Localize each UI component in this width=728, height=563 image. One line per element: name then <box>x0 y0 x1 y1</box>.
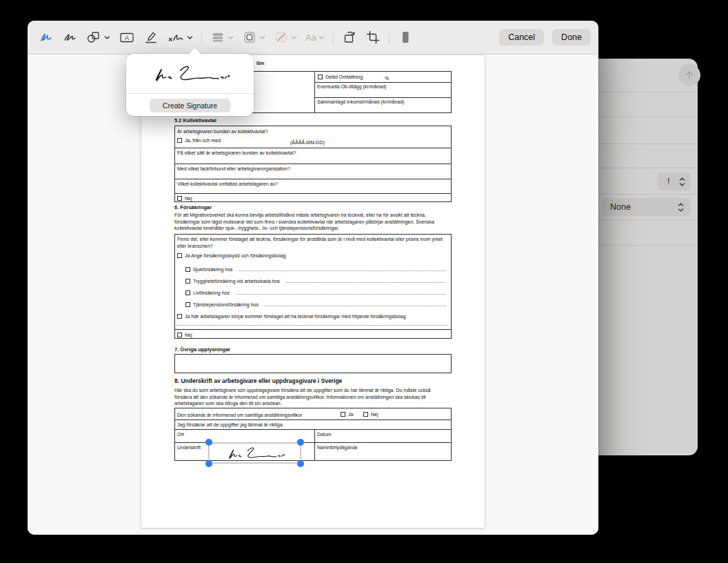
ja-checkbox <box>341 412 345 417</box>
text-tool-letter: A <box>125 34 129 41</box>
divider <box>126 93 254 94</box>
ja-nar-checkbox <box>177 314 182 319</box>
underskrift-label: Underskrift <box>177 444 201 451</box>
ort-label: Ort <box>177 431 184 437</box>
ja-ange-row: Ja Ange försäkringsskydd och försäkrings… <box>177 253 285 259</box>
rotate-button[interactable] <box>342 30 357 45</box>
toolbar-separator <box>389 30 390 45</box>
divider <box>175 193 451 194</box>
create-signature-button[interactable]: Create Signature <box>150 99 230 112</box>
deltid-row: Deltid Omfattning <box>318 74 363 80</box>
text-style-label: Aa <box>305 32 316 43</box>
toolbar-separator <box>333 30 334 45</box>
ja-checkbox <box>177 138 182 143</box>
deltid-label: Deltid Omfattning <box>325 74 363 80</box>
section52-title: 5.2 Kollektivavtal <box>174 117 216 124</box>
priority-stepper[interactable]: ! <box>658 172 691 190</box>
liv-row: Livförsäkring hos <box>185 290 447 296</box>
highlighter-tool-button[interactable] <box>143 30 159 45</box>
section6-intro: För att Migrationsverket ska kunna bevil… <box>174 212 449 232</box>
ja-label: Ja <box>348 411 353 417</box>
tjanste-row: Tjänstepensionsförsäkring hos <box>185 302 447 308</box>
fill-in-line <box>286 282 446 283</box>
sjuk-checkbox <box>185 267 190 272</box>
continuity-device-button[interactable] <box>398 30 413 45</box>
desktop: ! None <box>0 0 728 563</box>
border-style-button[interactable] <box>242 30 265 45</box>
q2-label: På vilket sätt är arbetsgivaren bunden a… <box>177 150 296 156</box>
shapes-tool-button[interactable] <box>85 30 110 45</box>
fill-in-line <box>239 270 446 271</box>
document-page: lön Deltid Omfattning % Eventuella Ob-ti… <box>141 55 485 528</box>
divider <box>175 148 451 148</box>
section5-heading-visible: lön <box>256 60 264 66</box>
markup-window: A <box>28 21 598 535</box>
signature-image <box>212 443 298 463</box>
q4-label: Vilket kollektivavtal omfattas arbetstag… <box>177 181 278 187</box>
ja-ange-label: Ja Ange försäkringsskydd och försäkrings… <box>185 253 285 259</box>
iphone-icon <box>398 30 413 45</box>
divider <box>314 97 451 98</box>
q1-label: Är arbetsgivaren bunden av kollektivavta… <box>177 128 268 135</box>
rotate-icon <box>342 30 357 45</box>
resize-handle-bottom-right[interactable] <box>297 460 304 467</box>
cancel-button[interactable]: Cancel <box>499 29 544 46</box>
saved-signature-image <box>147 60 234 87</box>
chevron-down-icon <box>228 35 234 40</box>
divider <box>314 82 451 83</box>
draw-icon <box>62 30 77 45</box>
fill-color-button[interactable] <box>274 30 297 45</box>
border-style-icon <box>242 30 257 45</box>
sjuk-row: Sjukförsäkring hos <box>185 266 447 273</box>
resize-handle-top-left[interactable] <box>205 439 212 446</box>
signature-annotation[interactable] <box>208 442 301 464</box>
ja-row: Ja <box>341 411 353 417</box>
nej-label: Nej <box>185 332 192 338</box>
section8-title: 8. Underskrift av arbetsgivare eller upp… <box>174 378 342 384</box>
date-hint-label: (ÅÅÅÅ-MM-DD) <box>290 139 325 146</box>
ja-fran-row: Ja, från och med <box>177 137 221 144</box>
chevron-down-icon <box>104 35 110 40</box>
chevron-down-icon <box>187 35 193 40</box>
divider <box>314 429 315 460</box>
divider <box>175 179 451 179</box>
draw-tool-button[interactable] <box>62 30 77 45</box>
crop-button[interactable] <box>365 30 381 45</box>
deltid-checkbox <box>318 75 323 79</box>
send-up-arrow-icon <box>684 70 695 81</box>
saved-signature-item[interactable] <box>126 54 254 93</box>
liv-checkbox <box>185 290 190 295</box>
line-weight-icon <box>210 30 225 45</box>
percent-label: % <box>385 75 389 81</box>
text-style-button[interactable]: Aa <box>305 32 325 43</box>
sign-tool-button[interactable] <box>167 30 193 45</box>
done-button[interactable]: Done <box>552 29 591 46</box>
tjanste-label: Tjänstepensionsförsäkring hos <box>193 302 259 308</box>
confirm-label: Jag försäkrar att de uppgifter jag lämna… <box>177 422 283 428</box>
section7-title: 7. Övriga upplysningar <box>174 346 230 353</box>
sketch-tool-button[interactable] <box>39 30 54 45</box>
signature-icon <box>167 30 185 45</box>
trygghet-checkbox <box>185 279 190 284</box>
ja-ange-checkbox <box>177 253 182 258</box>
fill-in-line <box>265 306 446 306</box>
divider <box>175 164 451 164</box>
nej-checkbox <box>177 333 182 337</box>
nej-label: Nej <box>185 195 192 201</box>
forsakringar-table: Finns det, eller kommer företaget att te… <box>174 234 452 339</box>
section8-intro: Här ska du som arbetsgivare och uppdrags… <box>174 387 449 407</box>
highlighter-icon <box>143 30 159 45</box>
resize-handle-top-right[interactable] <box>297 439 304 446</box>
trygghet-row: Trygghetsförsäkring vid arbetsskada hos <box>185 278 447 284</box>
resize-handle-bottom-left[interactable] <box>205 460 212 467</box>
namnfortydligande-label: Namnförtydligande <box>317 444 358 451</box>
divider <box>314 72 315 112</box>
signature-select-value: None <box>610 202 631 212</box>
signature-select[interactable]: None <box>602 198 691 216</box>
text-tool-button[interactable]: A <box>119 30 135 45</box>
send-button[interactable] <box>678 64 700 86</box>
informed-label: Den sökande är informerad om samtliga an… <box>177 412 302 418</box>
ja-nar-label: Ja När arbetstagaren börjar kommer föret… <box>185 313 406 319</box>
q3-label: Med vilket fackförbund eller arbetsgivar… <box>177 166 290 172</box>
line-weight-button[interactable] <box>210 30 234 45</box>
